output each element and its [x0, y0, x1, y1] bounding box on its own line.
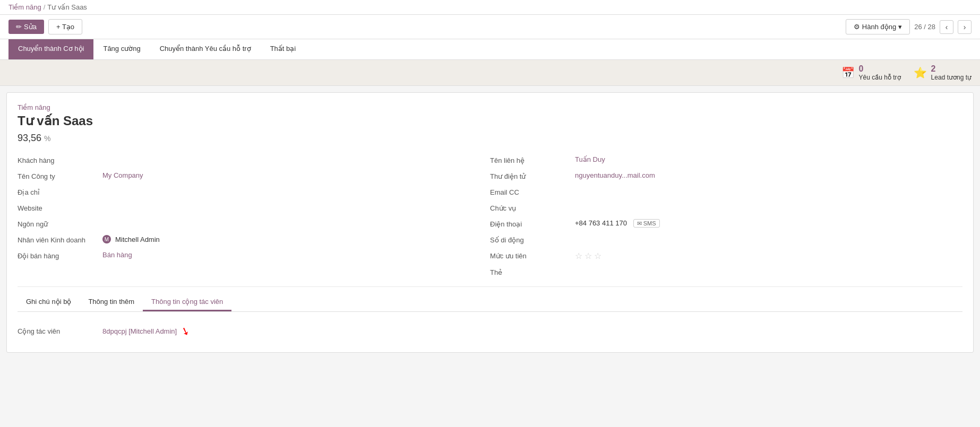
- collab-field-row: Cộng tác viên 8dpqcpj [Mitchell Admin] ➘: [18, 325, 962, 337]
- record-percent: 93,56 %: [18, 133, 962, 144]
- smart-buttons-bar: 📅 0 Yêu cầu hỗ trợ ⭐ 2 Lead tương tự: [0, 60, 980, 86]
- doi-ban-hang-value[interactable]: Bán hàng: [102, 251, 490, 259]
- yeu-cau-info: 0 Yêu cầu hỗ trợ: [859, 64, 901, 81]
- star-1[interactable]: ☆: [575, 251, 582, 261]
- gear-icon: ⚙: [854, 23, 860, 31]
- chevron-down-icon: ▾: [898, 23, 902, 31]
- field-chuc-vu: Chức vụ: [490, 200, 962, 216]
- form-left: Khách hàng Tên Công ty My Company Địa ch…: [18, 152, 490, 280]
- field-the: Thẻ: [490, 264, 962, 280]
- action-button[interactable]: ⚙ Hành động ▾: [846, 19, 910, 34]
- yeu-cau-count: 0: [859, 64, 901, 74]
- collab-value[interactable]: 8dpqcpj [Mitchell Admin]: [102, 327, 177, 335]
- field-email-cc: Email CC: [490, 184, 962, 200]
- star-2[interactable]: ☆: [584, 251, 592, 261]
- sms-badge[interactable]: ✉ SMS: [633, 219, 660, 228]
- percent-value: 93,56: [18, 133, 41, 143]
- edit-label: Sửa: [24, 23, 37, 31]
- tab-tang-cuong[interactable]: Tăng cường: [93, 39, 150, 59]
- tab-thong-tin-them[interactable]: Thông tin thêm: [80, 293, 143, 311]
- yeu-cau-button[interactable]: 📅 0 Yêu cầu hỗ trợ: [841, 64, 901, 81]
- form-right: Tên liên hệ Tuấn Duy Thư điện tử nguyent…: [490, 152, 962, 280]
- collab-label: Cộng tác viên: [18, 327, 102, 335]
- breadcrumb-separator: /: [44, 3, 46, 11]
- salesperson-row: M Mitchell Admin: [102, 235, 490, 243]
- field-ten-lien-he: Tên liên hệ Tuấn Duy: [490, 152, 962, 168]
- toolbar: ✏ Sửa + Tạo ⚙ Hành động ▾ 26 / 28 ‹ ›: [0, 15, 980, 39]
- tab-yeu-cau[interactable]: Chuyển thành Yêu cầu hỗ trợ: [150, 39, 261, 59]
- inner-tabs: Ghi chú nội bộ Thông tin thêm Thông tin …: [18, 293, 962, 312]
- calendar-icon: 📅: [841, 66, 855, 79]
- tab-ghi-chu[interactable]: Ghi chú nội bộ: [18, 293, 80, 311]
- tab-co-hoi[interactable]: Chuyển thành Cơ hội: [8, 39, 93, 59]
- main-content: Tiềm năng Tư vấn Saas 93,56 % Khách hàng…: [6, 92, 974, 353]
- percent-sign: %: [44, 134, 50, 143]
- field-dien-thoai: Điện thoại +84 763 411 170 ✉ SMS: [490, 216, 962, 232]
- dien-thoai-value[interactable]: +84 763 411 170: [575, 219, 627, 227]
- pencil-icon: ✏: [16, 23, 22, 31]
- breadcrumb-current: Tư vấn Saas: [47, 3, 87, 11]
- record-type: Tiềm năng: [18, 103, 962, 111]
- toolbar-right: ⚙ Hành động ▾ 26 / 28 ‹ ›: [846, 19, 972, 34]
- tab-that-bai[interactable]: Thất bại: [261, 39, 306, 59]
- thu-dien-tu-value[interactable]: nguyentuanduy...mail.com: [575, 171, 962, 179]
- field-ten-cong-ty: Tên Công ty My Company: [18, 168, 490, 184]
- collaborator-section: Cộng tác viên 8dpqcpj [Mitchell Admin] ➘: [18, 320, 962, 342]
- pagination-text: 26 / 28: [914, 23, 935, 31]
- create-label: + Tạo: [56, 23, 74, 31]
- record-title: Tư vấn Saas: [18, 114, 962, 128]
- edit-button[interactable]: ✏ Sửa: [8, 20, 44, 34]
- field-ngon-ngu: Ngôn ngữ: [18, 216, 490, 232]
- priority-stars: ☆ ☆ ☆: [575, 251, 962, 261]
- create-button[interactable]: + Tạo: [48, 19, 82, 34]
- field-khach-hang: Khách hàng: [18, 152, 490, 168]
- prev-button[interactable]: ‹: [940, 20, 953, 34]
- salesperson-name: Mitchell Admin: [115, 236, 160, 243]
- star-3[interactable]: ☆: [594, 251, 601, 261]
- lead-info: 2 Lead tương tự: [931, 64, 972, 81]
- field-thu-dien-tu: Thư điện tử nguyentuanduy...mail.com: [490, 168, 962, 184]
- field-doi-ban-hang: Đội bán hàng Bán hàng: [18, 248, 490, 264]
- yeu-cau-label: Yêu cầu hỗ trợ: [859, 74, 901, 81]
- field-muc-uu-tien: Mức ưu tiên ☆ ☆ ☆: [490, 248, 962, 264]
- breadcrumb-parent[interactable]: Tiềm năng: [8, 3, 41, 11]
- employee-avatar: M: [102, 235, 111, 243]
- status-tabs: Chuyển thành Cơ hội Tăng cường Chuyển th…: [0, 39, 980, 60]
- field-website: Website: [18, 200, 490, 216]
- next-button[interactable]: ›: [958, 20, 972, 34]
- lead-count: 2: [931, 64, 972, 74]
- cong-ty-value[interactable]: My Company: [102, 171, 490, 179]
- ten-lien-he-value[interactable]: Tuấn Duy: [575, 155, 962, 163]
- divider: [18, 286, 962, 287]
- star-icon: ⭐: [914, 66, 927, 79]
- field-so-di-dong: Số di động: [490, 232, 962, 248]
- lead-label: Lead tương tự: [931, 74, 972, 81]
- lead-button[interactable]: ⭐ 2 Lead tương tự: [914, 64, 972, 81]
- form-grid: Khách hàng Tên Công ty My Company Địa ch…: [18, 152, 962, 280]
- breadcrumb: Tiềm năng / Tư vấn Saas: [0, 0, 980, 15]
- field-nhan-vien: Nhân viên Kinh doanh M Mitchell Admin: [18, 232, 490, 248]
- red-arrow-indicator: ➘: [179, 324, 192, 338]
- tab-cong-tac-vien[interactable]: Thông tin cộng tác viên: [143, 293, 231, 311]
- action-label: Hành động: [862, 23, 896, 31]
- field-dia-chi: Địa chỉ: [18, 184, 490, 200]
